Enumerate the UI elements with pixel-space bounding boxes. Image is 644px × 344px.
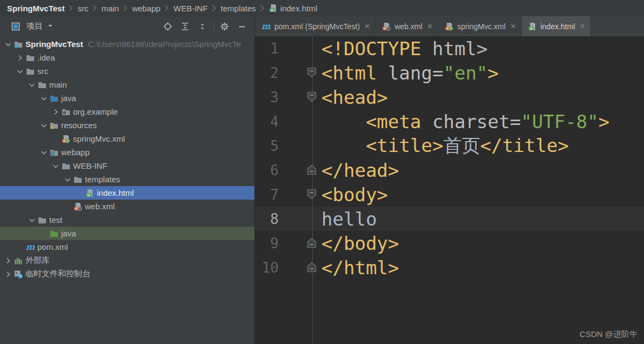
tree-item-org.example[interactable]: org.example [0,105,254,118]
tree-item-templates[interactable]: templates [0,173,254,186]
code-line-7[interactable]: 7<body> [255,182,644,207]
code-line-3[interactable]: 3<head> [255,85,644,109]
chevron-down-icon[interactable] [15,67,24,76]
fold-gutter [279,207,318,231]
breadcrumb-item-main[interactable]: main [101,4,119,13]
code-line-6[interactable]: 6</head> [255,158,644,182]
tree-item-label: 外部库 [25,255,50,266]
fold-gutter [279,134,318,158]
tree-item-.idea[interactable]: .idea [0,51,254,64]
tab-label: index.html [541,22,575,31]
chevron-down-icon[interactable] [39,121,48,130]
fold-end-icon[interactable] [279,158,318,182]
chevron-down-icon[interactable] [27,81,36,89]
tab-pom.xml (SpringMvcTest)[interactable]: mpom.xml (SpringMvcTest)× [255,16,376,36]
code-line-8[interactable]: 8hello [255,207,644,231]
code-line-5[interactable]: 5 <title>首页</title> [255,134,644,158]
tree-item-src[interactable]: src [0,64,254,78]
tree-item-label: .idea [37,53,55,62]
breadcrumb-item-src[interactable]: src [77,4,88,13]
tree-item-label: WEB-INF [73,161,107,170]
file-webxml-icon: < [73,202,83,211]
chevron-down-icon[interactable] [27,216,36,224]
chevron-down-icon[interactable] [39,94,48,103]
tree-item-java[interactable]: java [0,91,254,105]
fold-end-icon[interactable] [279,231,318,255]
breadcrumb-item-WEB-INF[interactable]: WEB-INF [173,4,207,13]
svg-text:<: < [75,206,77,210]
tree-item-web.xml[interactable]: <web.xml [0,200,254,213]
settings-icon[interactable] [218,19,232,34]
tree-item-resources[interactable]: resources [0,118,254,132]
tree-item-springMvc.xml[interactable]: <springMvc.xml [0,132,254,145]
code-line-10[interactable]: 10</html> [255,255,644,280]
chevron-spacer [39,229,48,238]
tree-item-label: index.html [97,188,134,197]
tree-item-SpringMvcTest[interactable]: SpringMvcTestC:\Users\86188\IdeaProjects… [0,37,254,51]
locate-icon[interactable] [161,19,175,34]
fold-gutter [279,109,318,134]
tab-index.html[interactable]: Hindex.html× [522,16,591,36]
breadcrumb-item-SpringMvcTest[interactable]: SpringMvcTest [7,4,64,13]
code-text: <title>首页</title> [318,134,569,158]
breadcrumb-item-index.html[interactable]: Hindex.html [269,4,317,13]
code-line-1[interactable]: 1<!DOCTYPE html> [255,36,644,61]
breadcrumb-separator-icon [260,4,265,12]
tree-item-pom.xml[interactable]: mpom.xml [0,240,254,254]
close-icon[interactable]: × [510,23,515,30]
fold-end-icon[interactable] [279,255,318,280]
chevron-spacer [51,135,60,143]
svg-text:H: H [530,27,532,30]
code-text: </html> [318,257,399,279]
editor-pane: mpom.xml (SpringMvcTest)×<web.xml×<sprin… [254,16,644,344]
tree-item-WEB-INF[interactable]: WEB-INF [0,159,254,173]
tree-item-webapp[interactable]: webapp [0,145,254,159]
folder-res-icon [49,121,59,130]
chevron-right-icon[interactable] [3,270,12,279]
code-line-9[interactable]: 9</body> [255,231,644,255]
code-editor[interactable]: 1<!DOCTYPE html>2<html lang="en">3<head>… [255,36,644,344]
tree-item-index.html[interactable]: Hindex.html [0,186,254,200]
chevron-down-icon[interactable] [51,162,60,170]
collapse-all-icon[interactable] [195,19,209,34]
tab-label: web.xml [395,22,422,31]
tree-item-label: resources [61,121,97,130]
close-icon[interactable]: × [428,23,432,30]
folder-icon [25,67,35,76]
window-breadcrumb-bar: SpringMvcTestsrcmainwebappWEB-INFtemplat… [0,0,644,16]
fold-collapse-icon[interactable] [279,182,318,207]
tab-springMvc.xml[interactable]: <springMvc.xml× [438,16,522,36]
close-icon[interactable]: × [580,23,585,30]
breadcrumb-separator-icon [123,4,128,12]
tree-item-java[interactable]: java [0,227,254,240]
line-number: 1 [255,41,279,57]
tree-item-外部库[interactable]: 外部库 [0,254,254,267]
watermark: CSDN @进阶牛 [580,329,638,340]
chevron-down-icon[interactable] [39,148,48,157]
chevron-right-icon[interactable] [51,108,60,116]
hide-icon[interactable] [235,19,249,34]
tree-item-临时文件和控制台[interactable]: 临时文件和控制台 [0,267,254,281]
code-line-4[interactable]: 4 <meta charset="UTF-8"> [255,109,644,134]
tree-item-label: main [49,80,67,89]
fold-collapse-icon[interactable] [279,85,318,109]
code-line-2[interactable]: 2<html lang="en"> [255,61,644,85]
fold-collapse-icon[interactable] [279,61,318,85]
chevron-down-icon[interactable] [47,22,54,31]
file-webxml-icon: < [382,22,391,31]
line-number: 4 [255,114,279,130]
file-html-icon: H [85,189,95,197]
chevron-down-icon[interactable] [63,175,72,184]
chevron-right-icon[interactable] [15,54,24,62]
svg-text:<: < [63,138,65,142]
expand-all-icon[interactable] [178,19,192,34]
tree-item-test[interactable]: test [0,213,254,227]
chevron-right-icon[interactable] [3,256,12,265]
tree-item-main[interactable]: main [0,78,254,91]
chevron-down-icon[interactable] [3,40,12,49]
breadcrumb-item-templates[interactable]: templates [221,4,256,13]
breadcrumb-item-webapp[interactable]: webapp [132,4,161,13]
svg-text:<: < [446,26,449,30]
tab-web.xml[interactable]: <web.xml× [376,16,438,36]
close-icon[interactable]: × [365,23,370,30]
